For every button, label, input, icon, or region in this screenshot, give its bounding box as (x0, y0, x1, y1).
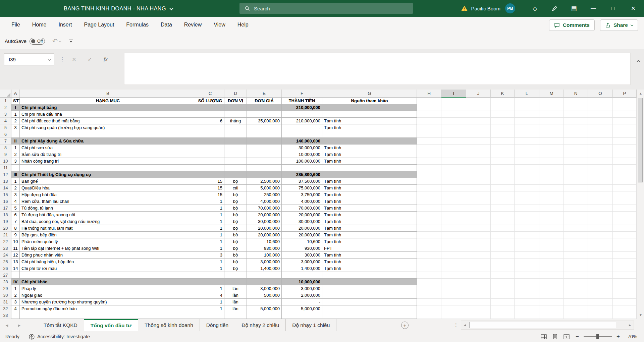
pen-icon[interactable] (545, 0, 564, 17)
cell-A17[interactable]: 5 (11, 205, 20, 212)
cell-J15[interactable] (466, 191, 491, 198)
row-header-16[interactable]: 16 (0, 198, 11, 205)
cell-N20[interactable] (564, 225, 588, 232)
sheet-tab-tong-von-au-tu[interactable]: Tổng vốn đầu tư (84, 319, 138, 331)
cancel-entry-icon[interactable]: × (72, 56, 76, 63)
cell-G4[interactable]: Tạm tính (322, 118, 417, 124)
row-header-26[interactable]: 26 (0, 265, 11, 272)
cell-N7[interactable] (564, 138, 588, 145)
cell-D33[interactable] (224, 312, 247, 319)
cell-D5[interactable] (224, 124, 247, 131)
row-header-21[interactable]: 21 (0, 232, 11, 238)
cell-M29[interactable] (539, 285, 564, 292)
cell-D22[interactable]: bộ (224, 238, 247, 245)
cell-A16[interactable]: 4 (11, 198, 20, 205)
cell-H23[interactable] (417, 245, 441, 252)
cell-N24[interactable] (564, 252, 588, 259)
cell-J21[interactable] (466, 232, 491, 238)
page-break-preview-button[interactable] (561, 331, 572, 342)
autosave-toggle[interactable]: Off (30, 38, 45, 45)
cell-J19[interactable] (466, 218, 491, 225)
cell-A14[interactable]: 2 (11, 185, 20, 191)
row-header-24[interactable]: 24 (0, 252, 11, 259)
cell-O5[interactable] (588, 124, 613, 131)
cell-M27[interactable] (539, 272, 564, 279)
cell-D17[interactable]: bộ (224, 205, 247, 212)
cell-C26[interactable]: 1 (196, 265, 224, 272)
cell-L20[interactable] (515, 225, 539, 232)
cell-K27[interactable] (491, 272, 515, 279)
cell-K17[interactable] (491, 205, 515, 212)
cell-L10[interactable] (515, 158, 539, 165)
cell-E7[interactable] (247, 138, 282, 145)
cell-P25[interactable] (613, 259, 637, 265)
row-header-4[interactable]: 4 (0, 118, 11, 124)
cell-F22[interactable]: 10,600 (282, 238, 322, 245)
avatar[interactable]: PB (505, 3, 515, 13)
cell-P31[interactable] (613, 299, 637, 305)
cell-L12[interactable] (515, 171, 539, 178)
undo-button[interactable]: ↶ (52, 37, 61, 45)
cell-F3[interactable] (282, 111, 322, 118)
cell-F10[interactable]: 100,000,000 (282, 158, 322, 165)
cell-F30[interactable]: 2,000,000 (282, 292, 322, 299)
cell-C16[interactable]: 1 (196, 198, 224, 205)
cell-N25[interactable] (564, 259, 588, 265)
column-header-o[interactable]: O (588, 90, 613, 98)
cell-C33[interactable] (196, 312, 224, 319)
cell-B18[interactable]: Tủ đựng bát đũa, xoong nồi (20, 212, 196, 218)
cell-B11[interactable] (20, 165, 196, 171)
cell-D30[interactable]: lần (224, 292, 247, 299)
cell-A19[interactable]: 7 (11, 218, 20, 225)
cell-C32[interactable]: 1 (196, 305, 224, 312)
warning-icon[interactable] (461, 5, 468, 11)
cell-E6[interactable] (247, 131, 282, 138)
cell-C9[interactable] (196, 151, 224, 158)
cell-O17[interactable] (588, 205, 613, 212)
column-header-n[interactable]: N (564, 90, 588, 98)
cell-O26[interactable] (588, 265, 613, 272)
cell-N11[interactable] (564, 165, 588, 171)
cell-N16[interactable] (564, 198, 588, 205)
cell-K14[interactable] (491, 185, 515, 191)
cell-D32[interactable]: lần (224, 305, 247, 312)
page-layout-view-button[interactable] (549, 331, 561, 342)
cell-D6[interactable] (224, 131, 247, 138)
cell-L22[interactable] (515, 238, 539, 245)
cell-F17[interactable]: 70,000,000 (282, 205, 322, 212)
cell-D16[interactable]: bộ (224, 198, 247, 205)
cell-E19[interactable]: 30,000,000 (247, 218, 282, 225)
scroll-up-icon[interactable]: ▲ (637, 90, 644, 97)
cell-B30[interactable]: Ngoại giao (20, 292, 196, 299)
cell-G3[interactable] (322, 111, 417, 118)
cell-C5[interactable] (196, 124, 224, 131)
cell-C27[interactable] (196, 272, 224, 279)
cell-C19[interactable]: 1 (196, 218, 224, 225)
cell-M25[interactable] (539, 259, 564, 265)
cell-E28[interactable] (247, 279, 282, 285)
sheet-nav-right-icon[interactable]: ► (17, 323, 21, 328)
cell-G25[interactable]: Tạm tính (322, 259, 417, 265)
cell-E1[interactable]: ĐƠN GIÁ (247, 98, 282, 104)
cell-M20[interactable] (539, 225, 564, 232)
cell-K25[interactable] (491, 259, 515, 265)
column-header-m[interactable]: M (539, 90, 564, 98)
cell-F13[interactable]: 37,500,000 (282, 178, 322, 185)
account-name[interactable]: Pacific Boom (471, 6, 500, 11)
cell-J22[interactable] (466, 238, 491, 245)
cell-D27[interactable] (224, 272, 247, 279)
cell-K4[interactable] (491, 118, 515, 124)
row-header-5[interactable]: 5 (0, 124, 11, 131)
cell-B5[interactable]: Chi phí sang quán (trường hợp sang quán) (20, 124, 196, 131)
scroll-right-icon[interactable]: ► (626, 321, 634, 329)
cell-H22[interactable] (417, 238, 441, 245)
cell-J3[interactable] (466, 111, 491, 118)
cell-C14[interactable]: 15 (196, 185, 224, 191)
cell-C20[interactable]: 1 (196, 225, 224, 232)
cell-E22[interactable]: 10,600 (247, 238, 282, 245)
cell-B33[interactable] (20, 312, 196, 319)
row-header-1[interactable]: 1 (0, 98, 11, 104)
cell-B32[interactable]: Promotion ngày đầu mở bán (20, 305, 196, 312)
cell-L1[interactable] (515, 98, 539, 104)
cell-O21[interactable] (588, 232, 613, 238)
